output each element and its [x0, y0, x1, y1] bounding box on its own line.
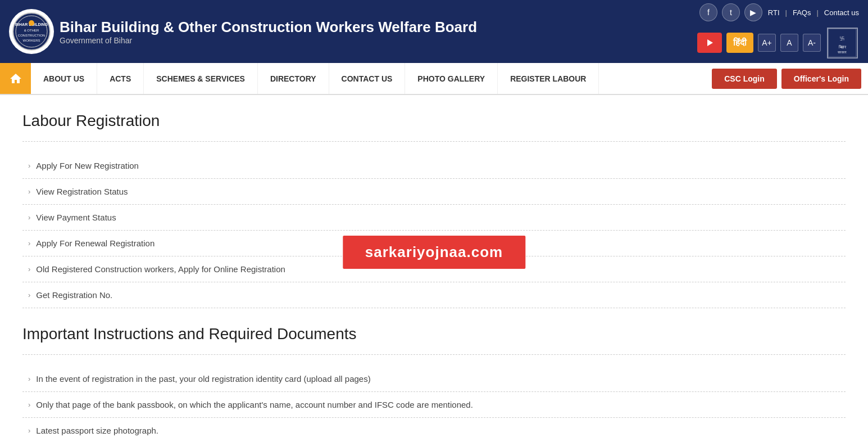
svg-text:सरकार: सरकार — [837, 51, 847, 54]
instruction-label-1: In the event of registration in the past… — [36, 374, 370, 384]
labour-registration-title: Labour Registration — [22, 112, 846, 130]
instruction-item-3[interactable]: › Latest passport size photograph. — [22, 418, 846, 437]
twitter-icon[interactable]: t — [722, 3, 740, 21]
instruction-item-1[interactable]: › In the event of registration in the pa… — [22, 366, 846, 392]
nav-contact-us[interactable]: CONTACT US — [329, 63, 406, 94]
rti-link[interactable]: RTI — [768, 8, 780, 17]
arrow-icon-9: › — [28, 426, 30, 435]
sep1: | — [785, 8, 787, 17]
arrow-icon-1: › — [28, 161, 30, 170]
main-content: sarkariyojnaa.com Labour Registration › … — [0, 95, 868, 437]
nav-acts[interactable]: ACTS — [97, 63, 144, 94]
list-item-payment-status[interactable]: › View Payment Status — [22, 205, 846, 231]
section-divider-2 — [22, 354, 846, 355]
navbar: ABOUT US ACTS SCHEMES & SERVICES DIRECTO… — [0, 63, 868, 95]
org-title: Bihar Building & Other Construction Work… — [60, 19, 477, 45]
svg-text:बिहार: बिहार — [838, 44, 847, 49]
list-item-label-4: Apply For Renewal Registration — [36, 238, 154, 248]
arrow-icon-6: › — [28, 291, 30, 299]
org-sub: Government of Bihar — [60, 36, 477, 45]
org-logo: BIHAR BUILDING & OTHER CONSTRUCTION WORK… — [9, 9, 54, 54]
hindi-button[interactable]: हिंदी — [726, 33, 753, 53]
header-left: BIHAR BUILDING & OTHER CONSTRUCTION WORK… — [9, 9, 477, 54]
nav-items: ABOUT US ACTS SCHEMES & SERVICES DIRECTO… — [31, 63, 712, 94]
nav-directory[interactable]: DIRECTORY — [258, 63, 329, 94]
svg-point-6 — [29, 20, 34, 26]
org-name: Bihar Building & Other Construction Work… — [60, 19, 477, 36]
csc-login-button[interactable]: CSC Login — [712, 69, 777, 89]
section-divider-1 — [22, 141, 846, 142]
instructions-title: Important Instructions and Required Docu… — [22, 325, 846, 343]
arrow-icon-7: › — [28, 375, 30, 383]
svg-text:WORKERS: WORKERS — [22, 39, 40, 42]
list-item-label-3: View Payment Status — [36, 213, 116, 222]
svg-text:& OTHER: & OTHER — [24, 29, 39, 32]
svg-text:卐: 卐 — [840, 36, 844, 41]
list-item-label-2: View Registration Status — [36, 187, 128, 196]
labour-registration-section: Labour Registration › Apply For New Regi… — [22, 112, 846, 308]
gov-logo-inner: 卐 बिहार सरकार — [827, 28, 858, 58]
list-item-label-5: Old Registered Construction workers, App… — [36, 264, 285, 274]
top-links: f t ▶ RTI | FAQs | Contact us — [699, 3, 859, 21]
svg-text:CONSTRUCTION: CONSTRUCTION — [18, 34, 45, 37]
arrow-icon-8: › — [28, 400, 30, 409]
play-button[interactable] — [697, 33, 722, 53]
arrow-icon-3: › — [28, 213, 30, 222]
list-item-apply-new[interactable]: › Apply For New Registration — [22, 153, 846, 179]
list-item-label-6: Get Registration No. — [36, 290, 112, 300]
top-bar: BIHAR BUILDING & OTHER CONSTRUCTION WORK… — [0, 0, 868, 63]
header-right: f t ▶ RTI | FAQs | Contact us हिंदी A+ A… — [697, 3, 859, 60]
arrow-icon-4: › — [28, 239, 30, 247]
instruction-label-3: Latest passport size photograph. — [36, 426, 158, 435]
list-item-view-status[interactable]: › View Registration Status — [22, 179, 846, 205]
list-item-label-1: Apply For New Registration — [36, 161, 139, 170]
contact-link[interactable]: Contact us — [824, 8, 859, 17]
arrow-icon-5: › — [28, 265, 30, 273]
svg-marker-7 — [707, 39, 713, 46]
social-icons: f t ▶ — [699, 3, 762, 21]
gov-logo: 卐 बिहार सरकार — [825, 26, 859, 60]
instruction-item-2[interactable]: › Only that page of the bank passbook, o… — [22, 392, 846, 418]
nav-register-labour[interactable]: REGISTER LABOUR — [498, 63, 599, 94]
top-controls: हिंदी A+ A A- 卐 बिहार सरकार — [697, 26, 859, 60]
officer-login-button[interactable]: Officer's Login — [781, 69, 861, 89]
instructions-section: Important Instructions and Required Docu… — [22, 325, 846, 437]
nav-home-button[interactable] — [0, 63, 31, 94]
nav-login-area: CSC Login Officer's Login — [712, 69, 868, 89]
watermark-banner: sarkariyojnaa.com — [343, 236, 525, 269]
sep2: | — [816, 8, 818, 17]
font-normal-button[interactable]: A — [780, 34, 798, 52]
font-increase-button[interactable]: A+ — [758, 34, 776, 52]
facebook-icon[interactable]: f — [699, 3, 717, 21]
youtube-icon[interactable]: ▶ — [744, 3, 762, 21]
nav-about-us[interactable]: ABOUT US — [31, 63, 97, 94]
nav-photo-gallery[interactable]: PHOTO GALLERY — [405, 63, 498, 94]
nav-schemes-services[interactable]: SCHEMES & SERVICES — [144, 63, 258, 94]
instruction-label-2: Only that page of the bank passbook, on … — [36, 400, 473, 409]
font-decrease-button[interactable]: A- — [803, 34, 821, 52]
faqs-link[interactable]: FAQs — [793, 8, 811, 17]
list-item-get-reg-no[interactable]: › Get Registration No. — [22, 282, 846, 308]
arrow-icon-2: › — [28, 187, 30, 196]
